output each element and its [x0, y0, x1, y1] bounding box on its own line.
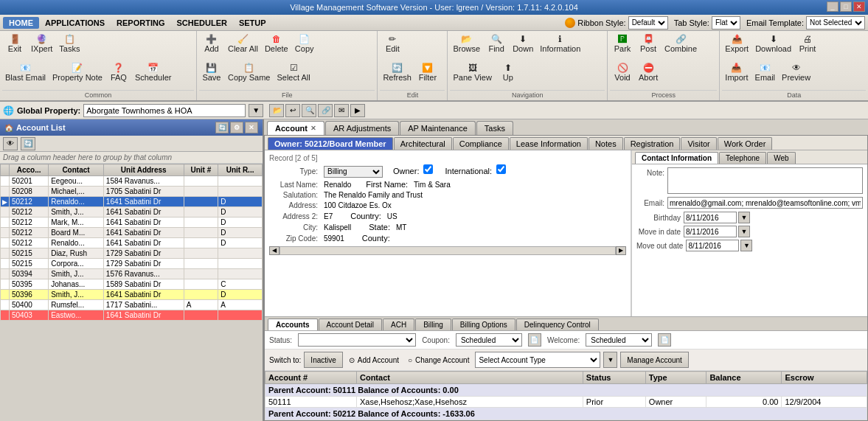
- col-unit[interactable]: Unit #: [184, 164, 218, 176]
- print-button[interactable]: 🖨 Print: [795, 32, 820, 60]
- list-item[interactable]: 50396 Smith, J... 1641 Sabatini Dr D: [1, 290, 263, 300]
- list-item[interactable]: 50400 Rumsfel... 1717 Sabatini... A A: [1, 300, 263, 310]
- subtab-architectural[interactable]: Architectural: [394, 137, 452, 150]
- bottom-tab-ach[interactable]: ACH: [383, 319, 414, 330]
- move-out-input[interactable]: [686, 240, 739, 251]
- subtab-compliance[interactable]: Compliance: [453, 137, 509, 150]
- list-item[interactable]: 50212 Renaldo... 1641 Sabatini Dr D: [1, 238, 263, 248]
- global-property-input[interactable]: [83, 104, 246, 117]
- panel-close-btn[interactable]: ✕: [245, 122, 258, 133]
- acct-col-escrow[interactable]: Escrow: [782, 372, 867, 384]
- manage-account-button[interactable]: Manage Account: [620, 352, 689, 368]
- list-item[interactable]: 50403 Eastwo... 1641 Sabatini Dr: [1, 310, 263, 321]
- scroll-left[interactable]: ◀: [269, 246, 280, 255]
- clear-all-button[interactable]: 🧹 Clear All: [225, 32, 261, 60]
- bottom-tab-detail[interactable]: Account Detail: [319, 319, 382, 330]
- list-view-btn[interactable]: 👁: [3, 137, 18, 150]
- subtab-lease[interactable]: Lease Information: [510, 137, 588, 150]
- minimize-btn[interactable]: _: [827, 1, 839, 12]
- move-in-calendar-btn[interactable]: ▼: [738, 226, 750, 237]
- welcome-select[interactable]: Scheduled: [586, 333, 652, 347]
- list-item[interactable]: 50212 Smith, J... 1641 Sabatini Dr D: [1, 207, 263, 218]
- owner-checkbox[interactable]: [423, 164, 433, 174]
- tab-style-select[interactable]: Flat: [712, 16, 740, 29]
- global-nav-btn1[interactable]: 📂: [269, 104, 284, 117]
- pane-view-button[interactable]: 🖼 Pane View: [450, 61, 494, 89]
- copy-button[interactable]: 📄 Copy: [292, 32, 317, 60]
- list-item[interactable]: 50208 Michael,... 1705 Sabatini Dr: [1, 187, 263, 197]
- email-input[interactable]: [667, 197, 863, 209]
- tab-account-close[interactable]: ✕: [310, 125, 316, 132]
- select-all-button[interactable]: ☑ Select All: [274, 61, 313, 89]
- web-tab[interactable]: Web: [767, 152, 795, 164]
- list-item[interactable]: 50212 Board M... 1641 Sabatini Dr D: [1, 228, 263, 238]
- list-item[interactable]: 50201 Eegeou... 1584 Ravanus...: [1, 176, 263, 187]
- void-button[interactable]: 🚫 Void: [610, 61, 635, 89]
- close-btn[interactable]: ✕: [853, 1, 865, 12]
- col-acct[interactable]: Acco...: [10, 164, 49, 176]
- list-item[interactable]: 50215 Corpora... 1729 Sabatini Dr: [1, 259, 263, 269]
- type-select[interactable]: Billing: [324, 166, 383, 178]
- col-contact[interactable]: Contact: [49, 164, 104, 176]
- acct-col-type[interactable]: Type: [645, 372, 706, 384]
- acct-col-status[interactable]: Status: [583, 372, 645, 384]
- coupon-icon-btn[interactable]: 📄: [528, 333, 541, 347]
- export-button[interactable]: 📤 Export: [722, 32, 751, 60]
- save-button[interactable]: 💾 Save: [199, 61, 224, 89]
- col-unit-r[interactable]: Unit R...: [218, 164, 263, 176]
- tab-ar[interactable]: AR Adjustments: [325, 121, 399, 135]
- edit-button[interactable]: ✏ Edit: [380, 32, 405, 60]
- status-select[interactable]: [298, 333, 416, 347]
- list-item[interactable]: 50212 Mark, M... 1641 Sabatini Dr D: [1, 218, 263, 228]
- subtab-work-order[interactable]: Work Order: [718, 137, 773, 150]
- col-address[interactable]: Unit Address: [103, 164, 184, 176]
- list-item[interactable]: 50395 Johanas... 1589 Sabatini Dr C: [1, 279, 263, 290]
- maximize-btn[interactable]: □: [840, 1, 852, 12]
- download-button[interactable]: ⬇ Download: [752, 32, 794, 60]
- email-template-select[interactable]: Not Selected: [806, 16, 865, 29]
- switch-inactive-button[interactable]: Inactive: [304, 352, 342, 368]
- global-nav-btn6[interactable]: ▶: [350, 104, 365, 117]
- post-button[interactable]: 📮 Post: [636, 32, 661, 60]
- bottom-tab-billing[interactable]: Billing: [415, 319, 451, 330]
- acct-col-contact[interactable]: Contact: [356, 372, 583, 384]
- subtab-visitor[interactable]: Visitor: [681, 137, 716, 150]
- scroll-right[interactable]: ▶: [616, 246, 626, 255]
- tab-account[interactable]: Account ✕: [267, 121, 324, 135]
- global-nav-btn2[interactable]: ↩: [285, 104, 300, 117]
- subtab-registration[interactable]: Registration: [624, 137, 681, 150]
- down-button[interactable]: ⬇ Down: [510, 32, 536, 60]
- acct-col-acct[interactable]: Account #: [265, 372, 357, 384]
- bottom-tab-billing-options[interactable]: Billing Options: [452, 319, 515, 330]
- move-in-input[interactable]: [684, 226, 737, 237]
- abort-button[interactable]: ⛔ Abort: [636, 61, 661, 89]
- import-button[interactable]: 📥 Import: [722, 61, 751, 89]
- menu-home[interactable]: HOME: [3, 17, 39, 29]
- select-account-type[interactable]: Select Account Type: [475, 352, 600, 368]
- telephone-tab[interactable]: Telephone: [719, 152, 766, 164]
- information-button[interactable]: ℹ Information: [537, 32, 583, 60]
- ribbon-style-select[interactable]: Default: [628, 16, 668, 29]
- list-refresh-btn[interactable]: 🔄: [21, 137, 35, 150]
- account-data-row-1[interactable]: 50111 Xase,Hsehosz;Xase,Hsehosz Prior Ow…: [265, 397, 867, 408]
- bottom-tab-accounts[interactable]: Accounts: [268, 319, 318, 330]
- menu-scheduler[interactable]: SCHEDULER: [170, 17, 232, 29]
- tab-ap[interactable]: AP Maintenance: [400, 121, 476, 135]
- copy-same-button[interactable]: 📋 Copy Same: [225, 61, 273, 89]
- coupon-select[interactable]: Scheduled: [456, 333, 522, 347]
- tab-tasks[interactable]: Tasks: [476, 121, 513, 135]
- park-button[interactable]: 🅿 Park: [610, 32, 635, 60]
- birthday-input[interactable]: [684, 212, 737, 223]
- global-nav-btn3[interactable]: 🔍: [302, 104, 316, 117]
- refresh-button[interactable]: 🔄 Refresh: [380, 61, 414, 89]
- tasks-button[interactable]: 📋 Tasks: [56, 32, 83, 60]
- subtab-notes[interactable]: Notes: [588, 137, 623, 150]
- preview-button[interactable]: 👁 Preview: [779, 61, 813, 89]
- delete-button[interactable]: 🗑 Delete: [262, 32, 291, 60]
- find-button[interactable]: 🔍 Find: [484, 32, 509, 60]
- global-nav-btn4[interactable]: 🔗: [318, 104, 333, 117]
- exit-button[interactable]: 🚪 Exit: [2, 32, 27, 60]
- up-button[interactable]: ⬆ Up: [496, 61, 521, 89]
- list-item[interactable]: 50215 Diaz, Rush 1729 Sabatini Dr: [1, 248, 263, 259]
- add-button[interactable]: ➕ Add: [199, 32, 224, 60]
